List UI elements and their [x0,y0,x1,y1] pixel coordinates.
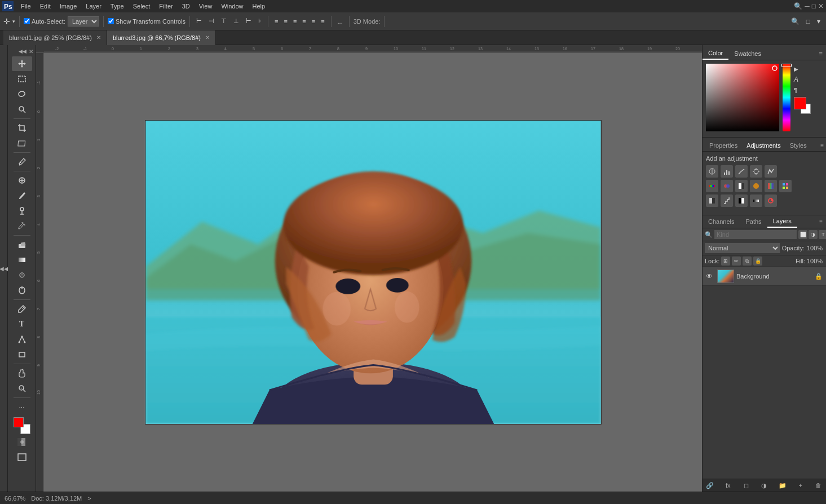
menu-view[interactable]: View [195,2,217,11]
type-tool[interactable]: T [12,317,32,331]
tab-paths[interactable]: Paths [740,216,767,227]
curves-btn[interactable] [735,165,748,178]
tab-blurred1-close[interactable]: ✕ [96,34,101,41]
brush-tool[interactable] [12,188,32,203]
align-bottom-btn[interactable]: ⊦ [256,16,264,26]
toolbar-move-arrow[interactable]: ▾ [12,19,15,24]
screen-mode-btn[interactable] [12,450,32,465]
blur-tool[interactable] [12,268,32,282]
color-type-btn[interactable]: A [794,76,811,83]
invert-btn[interactable] [706,194,718,207]
view-mode-btn[interactable]: □ [804,16,812,26]
tab-layers[interactable]: Layers [767,215,797,228]
channel-mixer-btn[interactable] [765,180,777,192]
tab-blurred1[interactable]: blurred1.jpg @ 25% (RGB/8#) ✕ [3,30,107,45]
add-mask-btn[interactable]: ◻ [741,481,751,490]
brightness-contrast-btn[interactable] [706,165,718,178]
blend-mode-select[interactable]: Normal [705,243,780,253]
lasso-tool[interactable] [12,87,32,101]
rect-select-tool[interactable] [12,72,32,86]
panel-expand-btn[interactable]: ◀◀ [0,266,8,272]
menu-edit[interactable]: Edit [36,2,55,11]
perspective-crop-tool[interactable] [12,136,32,151]
exposure-btn[interactable] [750,165,762,178]
show-transform-toggle[interactable]: Show Transform Controls [108,18,185,25]
search-tool-btn[interactable]: 🔍 [789,16,802,26]
clone-stamp-tool[interactable] [12,204,32,218]
tab-blurred3-close[interactable]: ✕ [205,34,210,41]
tab-styles[interactable]: Styles [785,140,811,151]
auto-select-toggle[interactable]: Auto-Select: [24,18,65,25]
color-panel-menu[interactable]: ≡ [816,49,826,58]
eyedropper-tool[interactable] [12,154,32,169]
arrange-btn[interactable]: ▾ [815,16,823,26]
more-tools-btn[interactable]: ··· [12,400,32,414]
align-right-btn[interactable]: ⊤ [219,16,229,26]
opacity-value[interactable]: 100% [807,245,824,251]
gradient-map-btn[interactable] [750,194,762,207]
threshold-btn[interactable] [735,194,748,207]
scroll-right-btn[interactable]: > [87,495,91,502]
filter-pixel-btn[interactable]: ⬜ [798,230,807,239]
posterize-btn[interactable] [721,194,733,207]
photo-filter-btn[interactable] [750,180,762,192]
crop-tool[interactable] [12,121,32,135]
align-top-btn[interactable]: ⊥ [231,16,241,26]
fx-btn[interactable]: fx [723,481,733,490]
dist-top-btn[interactable]: ≡ [300,17,308,26]
dist-mid-btn[interactable]: ≡ [310,17,317,26]
tools-panel-close[interactable]: ✕ [29,48,33,55]
tools-panel-expand[interactable]: ◀◀ [19,48,26,55]
hand-tool[interactable] [12,366,32,381]
color-lookup-btn[interactable] [779,180,792,192]
history-brush-tool[interactable] [12,219,32,233]
filter-adj-btn[interactable]: ◑ [809,230,818,239]
dist-bottom-btn[interactable]: ≡ [319,17,326,26]
layer-select[interactable]: Layer [68,16,99,26]
move-tool[interactable] [12,56,32,71]
shape-tool[interactable] [12,347,32,362]
filter-type-btn[interactable]: T [819,230,826,239]
lock-all-btn[interactable]: 🔒 [753,257,762,266]
lock-position-btn[interactable]: ✏ [732,257,741,266]
align-left-btn[interactable]: ⊢ [194,16,204,26]
black-white-btn[interactable] [735,180,748,192]
new-adjustment-btn[interactable]: ◑ [759,481,769,490]
menu-file[interactable]: File [17,2,35,11]
link-layers-btn[interactable]: 🔗 [705,481,715,490]
color-balance-btn[interactable] [721,180,733,192]
menu-select[interactable]: Select [129,2,154,11]
tab-properties[interactable]: Properties [705,140,742,151]
quick-mask-btn[interactable] [12,435,32,449]
color-play-btn[interactable]: ▶ [794,66,811,72]
search-icon[interactable]: 🔍 [794,2,802,10]
auto-select-checkbox[interactable] [24,18,30,24]
dodge-tool[interactable] [12,283,32,298]
dist-center-btn[interactable]: ≡ [281,17,289,26]
layer-background-row[interactable]: 👁 Background 🔒 [703,267,826,286]
pen-tool[interactable] [12,302,32,316]
gradient-tool[interactable] [12,253,32,267]
path-select-tool[interactable] [12,332,32,347]
adj-panel-menu[interactable]: ≡ [820,143,824,149]
zoom-tool[interactable]: + [12,381,32,396]
transform-checkbox[interactable] [108,18,114,24]
dist-left-btn[interactable]: ≡ [272,17,280,26]
healing-brush-tool[interactable] [12,173,32,188]
layer-visibility-eye[interactable]: 👁 [706,272,715,280]
dist-right-btn[interactable]: ≡ [291,17,299,26]
vibrance-btn[interactable] [765,165,777,178]
menu-help[interactable]: Help [249,2,270,11]
align-center-h-btn[interactable]: ⊣ [206,16,217,26]
menu-type[interactable]: Type [107,2,128,11]
fg-color-swatch[interactable] [14,417,24,427]
layers-panel-menu[interactable]: ≡ [816,218,826,226]
new-layer-btn[interactable]: + [796,481,806,490]
tab-blurred3[interactable]: blurred3.jpg @ 66,7% (RGB/8#) ✕ [107,30,216,45]
tab-swatches[interactable]: Swatches [728,48,767,59]
color-para-btn[interactable]: ¶ [794,87,811,94]
lock-pixels-btn[interactable]: ⊞ [721,257,730,266]
lock-art-btn[interactable]: ⧉ [743,257,752,266]
tab-channels[interactable]: Channels [703,216,740,227]
eraser-tool[interactable] [12,237,32,252]
